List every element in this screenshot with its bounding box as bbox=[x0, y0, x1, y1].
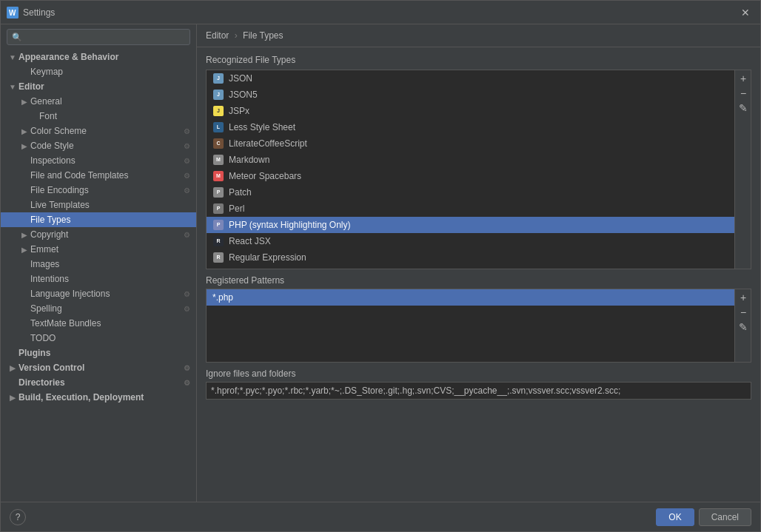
registered-patterns-list-container: *.php + − ✎ bbox=[206, 289, 751, 363]
add-file-type-button[interactable]: + bbox=[737, 72, 750, 85]
registered-patterns-section: Registered Patterns *.php + − ✎ bbox=[206, 275, 751, 363]
file-type-item-markdown[interactable]: M Markdown bbox=[207, 152, 734, 168]
content-area: 🔍 ▼ Appearance & Behavior Keymap ▼ Edito… bbox=[1, 24, 760, 502]
sidebar-item-spelling[interactable]: Spelling ⚙ bbox=[1, 301, 196, 316]
file-type-item-react-jsx[interactable]: R React JSX bbox=[207, 233, 734, 249]
edit-file-type-button[interactable]: ✎ bbox=[737, 101, 750, 115]
remove-pattern-button[interactable]: − bbox=[737, 306, 750, 319]
sidebar-item-editor[interactable]: ▼ Editor bbox=[1, 79, 196, 94]
sidebar-item-file-encodings[interactable]: File Encodings ⚙ bbox=[1, 183, 196, 198]
file-type-label: Regular Expression bbox=[229, 252, 306, 263]
help-button[interactable]: ? bbox=[10, 509, 26, 525]
sidebar-item-textmate-bundles[interactable]: TextMate Bundles bbox=[1, 316, 196, 331]
expand-arrow-build: ▶ bbox=[7, 394, 19, 402]
settings-icon: ⚙ bbox=[184, 290, 190, 298]
registered-patterns-list[interactable]: *.php bbox=[207, 289, 734, 362]
settings-icon: ⚙ bbox=[184, 305, 190, 313]
sidebar-item-label: Live Templates bbox=[30, 200, 193, 210]
settings-icon: ⚙ bbox=[184, 186, 190, 195]
window-title: Settings bbox=[23, 7, 737, 18]
registered-patterns-side-buttons: + − ✎ bbox=[734, 289, 751, 362]
sidebar-item-label: Language Injections bbox=[30, 289, 184, 299]
sidebar-item-build[interactable]: ▶ Build, Execution, Deployment bbox=[1, 390, 196, 405]
sidebar-item-directories[interactable]: Directories ⚙ bbox=[1, 375, 196, 390]
sidebar-item-label: File and Code Templates bbox=[30, 170, 184, 181]
sidebar-tree: ▼ Appearance & Behavior Keymap ▼ Editor … bbox=[1, 50, 196, 502]
sidebar-item-todo[interactable]: TODO bbox=[1, 331, 196, 346]
sidebar-item-label: Copyright bbox=[30, 229, 184, 240]
file-types-list[interactable]: J JSON J JSON5 J bbox=[207, 70, 734, 269]
file-type-item-perl[interactable]: P Perl bbox=[207, 201, 734, 217]
expand-arrow-editor: ▼ bbox=[7, 83, 19, 91]
sidebar-item-label: Images bbox=[30, 259, 193, 269]
file-type-icon-patch: P bbox=[212, 186, 224, 198]
sidebar-item-font[interactable]: Font bbox=[1, 109, 196, 124]
settings-icon: ⚙ bbox=[184, 142, 190, 150]
settings-window: W Settings ✕ 🔍 ▼ Appearance & Behavior bbox=[0, 0, 761, 532]
settings-icon: ⚙ bbox=[184, 379, 190, 387]
file-type-item-meteor[interactable]: M Meteor Spacebars bbox=[207, 168, 734, 184]
file-type-icon-php: P bbox=[212, 219, 224, 231]
sidebar-item-keymap[interactable]: Keymap bbox=[1, 64, 196, 79]
file-type-icon-regex: R bbox=[212, 252, 224, 263]
sidebar-item-language-injections[interactable]: Language Injections ⚙ bbox=[1, 286, 196, 301]
expand-arrow-appearance: ▼ bbox=[7, 53, 19, 61]
add-pattern-button[interactable]: + bbox=[737, 291, 750, 304]
breadcrumb-current: File Types bbox=[243, 30, 283, 41]
file-type-label: JSON bbox=[229, 73, 252, 84]
sidebar-item-label: Emmet bbox=[30, 244, 193, 255]
settings-icon: ⚙ bbox=[184, 157, 190, 165]
sidebar-item-appearance[interactable]: ▼ Appearance & Behavior bbox=[1, 50, 196, 64]
breadcrumb: Editor › File Types bbox=[197, 24, 760, 47]
sidebar-item-emmet[interactable]: ▶ Emmet bbox=[1, 242, 196, 257]
file-type-label: React JSX bbox=[229, 236, 271, 246]
file-type-item-patch[interactable]: P Patch bbox=[207, 184, 734, 201]
file-type-item-regex[interactable]: R Regular Expression bbox=[207, 249, 734, 266]
pattern-item-php[interactable]: *.php bbox=[207, 289, 734, 306]
remove-file-type-button[interactable]: − bbox=[737, 87, 750, 100]
search-box[interactable]: 🔍 bbox=[7, 29, 190, 45]
breadcrumb-parent: Editor bbox=[206, 30, 229, 41]
file-type-icon-literate-coffee: C bbox=[212, 138, 224, 149]
file-type-item-literate-coffee[interactable]: C LiterateCoffeeScript bbox=[207, 135, 734, 152]
app-icon: W bbox=[7, 7, 19, 18]
ok-button[interactable]: OK bbox=[656, 508, 694, 526]
sidebar-item-label: Color Scheme bbox=[30, 126, 184, 136]
registered-patterns-title: Registered Patterns bbox=[206, 275, 751, 286]
file-type-label: Less Style Sheet bbox=[229, 122, 295, 132]
file-types-side-buttons: + − ✎ bbox=[734, 70, 751, 269]
cancel-button[interactable]: Cancel bbox=[699, 508, 751, 526]
pattern-label: *.php bbox=[212, 292, 233, 303]
sidebar-item-images[interactable]: Images bbox=[1, 257, 196, 272]
expand-arrow-color-scheme: ▶ bbox=[19, 127, 30, 135]
sidebar-item-intentions[interactable]: Intentions bbox=[1, 272, 196, 286]
search-input[interactable] bbox=[25, 32, 185, 42]
sidebar-item-color-scheme[interactable]: ▶ Color Scheme ⚙ bbox=[1, 124, 196, 138]
sidebar-item-label: General bbox=[30, 96, 193, 107]
sidebar-item-live-templates[interactable]: Live Templates bbox=[1, 198, 196, 212]
file-type-icon-perl: P bbox=[212, 203, 224, 215]
file-type-label: LiterateCoffeeScript bbox=[229, 138, 307, 149]
sidebar-item-inspections[interactable]: Inspections ⚙ bbox=[1, 153, 196, 168]
file-type-item-json[interactable]: J JSON bbox=[207, 70, 734, 87]
sidebar-item-file-code-templates[interactable]: File and Code Templates ⚙ bbox=[1, 168, 196, 183]
sidebar-item-copyright[interactable]: ▶ Copyright ⚙ bbox=[1, 227, 196, 242]
file-type-item-jspx[interactable]: J JSPx bbox=[207, 103, 734, 119]
file-type-item-less[interactable]: L Less Style Sheet bbox=[207, 119, 734, 135]
sidebar-item-file-types[interactable]: File Types bbox=[1, 212, 196, 227]
sidebar-item-plugins[interactable]: Plugins bbox=[1, 346, 196, 360]
file-type-label: Meteor Spacebars bbox=[229, 171, 301, 181]
file-type-item-json5[interactable]: J JSON5 bbox=[207, 87, 734, 103]
sidebar-item-label: Code Style bbox=[30, 141, 184, 151]
sidebar-item-label: TextMate Bundles bbox=[30, 318, 193, 329]
edit-pattern-button[interactable]: ✎ bbox=[737, 320, 750, 334]
sidebar-item-version-control[interactable]: ▶ Version Control ⚙ bbox=[1, 360, 196, 375]
sidebar-item-general[interactable]: ▶ General bbox=[1, 94, 196, 109]
close-button[interactable]: ✕ bbox=[737, 5, 754, 20]
ignore-input[interactable] bbox=[206, 382, 751, 400]
sidebar-item-label: Version Control bbox=[19, 363, 184, 373]
file-type-item-php[interactable]: P PHP (syntax Highlighting Only) bbox=[207, 217, 734, 233]
sidebar-item-label: Build, Execution, Deployment bbox=[19, 392, 193, 403]
sidebar-item-label: Appearance & Behavior bbox=[19, 52, 193, 62]
sidebar-item-code-style[interactable]: ▶ Code Style ⚙ bbox=[1, 138, 196, 153]
